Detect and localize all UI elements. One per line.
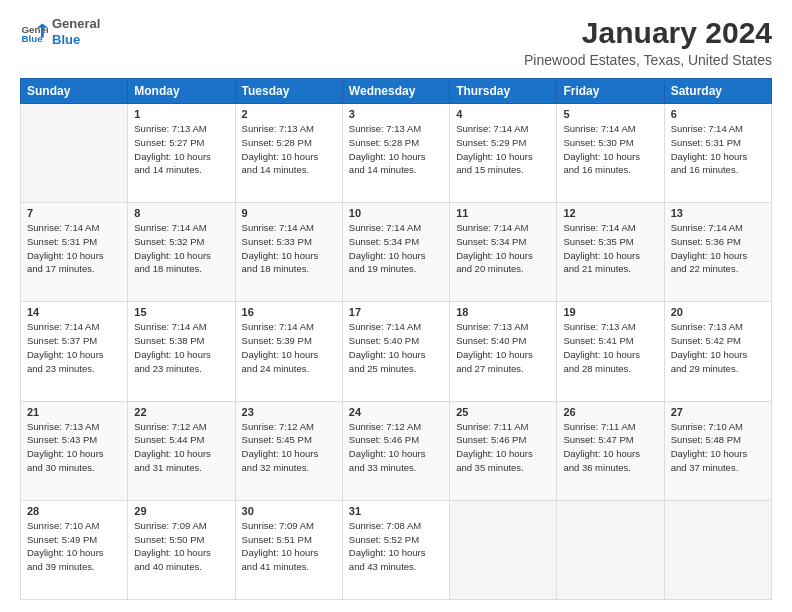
table-row: 17Sunrise: 7:14 AMSunset: 5:40 PMDayligh… — [342, 302, 449, 401]
day-detail: Sunrise: 7:14 AMSunset: 5:37 PMDaylight:… — [27, 320, 121, 375]
table-row — [21, 104, 128, 203]
table-row: 20Sunrise: 7:13 AMSunset: 5:42 PMDayligh… — [664, 302, 771, 401]
table-row: 31Sunrise: 7:08 AMSunset: 5:52 PMDayligh… — [342, 500, 449, 599]
col-wednesday: Wednesday — [342, 79, 449, 104]
day-detail: Sunrise: 7:12 AMSunset: 5:46 PMDaylight:… — [349, 420, 443, 475]
day-detail: Sunrise: 7:13 AMSunset: 5:42 PMDaylight:… — [671, 320, 765, 375]
day-number: 10 — [349, 207, 443, 219]
day-detail: Sunrise: 7:14 AMSunset: 5:32 PMDaylight:… — [134, 221, 228, 276]
day-detail: Sunrise: 7:12 AMSunset: 5:45 PMDaylight:… — [242, 420, 336, 475]
calendar-table: Sunday Monday Tuesday Wednesday Thursday… — [20, 78, 772, 600]
day-number: 19 — [563, 306, 657, 318]
subtitle: Pinewood Estates, Texas, United States — [524, 52, 772, 68]
table-row: 2Sunrise: 7:13 AMSunset: 5:28 PMDaylight… — [235, 104, 342, 203]
calendar-week-4: 21Sunrise: 7:13 AMSunset: 5:43 PMDayligh… — [21, 401, 772, 500]
logo-text: General Blue — [52, 16, 100, 47]
calendar-week-2: 7Sunrise: 7:14 AMSunset: 5:31 PMDaylight… — [21, 203, 772, 302]
logo-icon: General Blue — [20, 18, 48, 46]
day-number: 18 — [456, 306, 550, 318]
day-number: 15 — [134, 306, 228, 318]
day-detail: Sunrise: 7:14 AMSunset: 5:30 PMDaylight:… — [563, 122, 657, 177]
table-row — [450, 500, 557, 599]
day-detail: Sunrise: 7:13 AMSunset: 5:41 PMDaylight:… — [563, 320, 657, 375]
day-number: 4 — [456, 108, 550, 120]
day-number: 25 — [456, 406, 550, 418]
day-detail: Sunrise: 7:14 AMSunset: 5:29 PMDaylight:… — [456, 122, 550, 177]
day-number: 26 — [563, 406, 657, 418]
table-row: 5Sunrise: 7:14 AMSunset: 5:30 PMDaylight… — [557, 104, 664, 203]
day-detail: Sunrise: 7:14 AMSunset: 5:35 PMDaylight:… — [563, 221, 657, 276]
day-number: 6 — [671, 108, 765, 120]
table-row: 16Sunrise: 7:14 AMSunset: 5:39 PMDayligh… — [235, 302, 342, 401]
table-row: 14Sunrise: 7:14 AMSunset: 5:37 PMDayligh… — [21, 302, 128, 401]
table-row: 22Sunrise: 7:12 AMSunset: 5:44 PMDayligh… — [128, 401, 235, 500]
day-detail: Sunrise: 7:14 AMSunset: 5:40 PMDaylight:… — [349, 320, 443, 375]
day-detail: Sunrise: 7:14 AMSunset: 5:33 PMDaylight:… — [242, 221, 336, 276]
table-row: 29Sunrise: 7:09 AMSunset: 5:50 PMDayligh… — [128, 500, 235, 599]
day-detail: Sunrise: 7:08 AMSunset: 5:52 PMDaylight:… — [349, 519, 443, 574]
day-detail: Sunrise: 7:13 AMSunset: 5:28 PMDaylight:… — [349, 122, 443, 177]
day-detail: Sunrise: 7:09 AMSunset: 5:51 PMDaylight:… — [242, 519, 336, 574]
day-number: 17 — [349, 306, 443, 318]
table-row: 24Sunrise: 7:12 AMSunset: 5:46 PMDayligh… — [342, 401, 449, 500]
day-detail: Sunrise: 7:14 AMSunset: 5:34 PMDaylight:… — [456, 221, 550, 276]
day-number: 12 — [563, 207, 657, 219]
day-detail: Sunrise: 7:13 AMSunset: 5:27 PMDaylight:… — [134, 122, 228, 177]
page: General Blue General Blue January 2024 P… — [0, 0, 792, 612]
table-row — [664, 500, 771, 599]
col-friday: Friday — [557, 79, 664, 104]
day-detail: Sunrise: 7:13 AMSunset: 5:43 PMDaylight:… — [27, 420, 121, 475]
day-detail: Sunrise: 7:12 AMSunset: 5:44 PMDaylight:… — [134, 420, 228, 475]
day-number: 2 — [242, 108, 336, 120]
day-number: 22 — [134, 406, 228, 418]
day-number: 1 — [134, 108, 228, 120]
day-detail: Sunrise: 7:14 AMSunset: 5:38 PMDaylight:… — [134, 320, 228, 375]
day-detail: Sunrise: 7:14 AMSunset: 5:39 PMDaylight:… — [242, 320, 336, 375]
calendar-week-3: 14Sunrise: 7:14 AMSunset: 5:37 PMDayligh… — [21, 302, 772, 401]
table-row: 3Sunrise: 7:13 AMSunset: 5:28 PMDaylight… — [342, 104, 449, 203]
day-detail: Sunrise: 7:14 AMSunset: 5:31 PMDaylight:… — [671, 122, 765, 177]
logo: General Blue General Blue — [20, 16, 100, 47]
table-row — [557, 500, 664, 599]
table-row: 9Sunrise: 7:14 AMSunset: 5:33 PMDaylight… — [235, 203, 342, 302]
day-number: 23 — [242, 406, 336, 418]
calendar-week-5: 28Sunrise: 7:10 AMSunset: 5:49 PMDayligh… — [21, 500, 772, 599]
day-detail: Sunrise: 7:09 AMSunset: 5:50 PMDaylight:… — [134, 519, 228, 574]
day-detail: Sunrise: 7:11 AMSunset: 5:46 PMDaylight:… — [456, 420, 550, 475]
day-number: 28 — [27, 505, 121, 517]
table-row: 23Sunrise: 7:12 AMSunset: 5:45 PMDayligh… — [235, 401, 342, 500]
table-row: 19Sunrise: 7:13 AMSunset: 5:41 PMDayligh… — [557, 302, 664, 401]
day-number: 9 — [242, 207, 336, 219]
col-tuesday: Tuesday — [235, 79, 342, 104]
table-row: 12Sunrise: 7:14 AMSunset: 5:35 PMDayligh… — [557, 203, 664, 302]
day-number: 8 — [134, 207, 228, 219]
day-detail: Sunrise: 7:14 AMSunset: 5:31 PMDaylight:… — [27, 221, 121, 276]
title-block: January 2024 Pinewood Estates, Texas, Un… — [524, 16, 772, 68]
table-row: 21Sunrise: 7:13 AMSunset: 5:43 PMDayligh… — [21, 401, 128, 500]
day-number: 11 — [456, 207, 550, 219]
table-row: 25Sunrise: 7:11 AMSunset: 5:46 PMDayligh… — [450, 401, 557, 500]
main-title: January 2024 — [524, 16, 772, 50]
logo-general: General — [52, 16, 100, 32]
day-detail: Sunrise: 7:11 AMSunset: 5:47 PMDaylight:… — [563, 420, 657, 475]
col-saturday: Saturday — [664, 79, 771, 104]
day-number: 16 — [242, 306, 336, 318]
table-row: 7Sunrise: 7:14 AMSunset: 5:31 PMDaylight… — [21, 203, 128, 302]
calendar-header-row: Sunday Monday Tuesday Wednesday Thursday… — [21, 79, 772, 104]
day-number: 27 — [671, 406, 765, 418]
header: General Blue General Blue January 2024 P… — [20, 16, 772, 68]
day-number: 31 — [349, 505, 443, 517]
day-number: 14 — [27, 306, 121, 318]
day-number: 3 — [349, 108, 443, 120]
day-number: 30 — [242, 505, 336, 517]
day-number: 13 — [671, 207, 765, 219]
calendar-week-1: 1Sunrise: 7:13 AMSunset: 5:27 PMDaylight… — [21, 104, 772, 203]
col-sunday: Sunday — [21, 79, 128, 104]
day-detail: Sunrise: 7:10 AMSunset: 5:48 PMDaylight:… — [671, 420, 765, 475]
col-monday: Monday — [128, 79, 235, 104]
table-row: 1Sunrise: 7:13 AMSunset: 5:27 PMDaylight… — [128, 104, 235, 203]
day-detail: Sunrise: 7:14 AMSunset: 5:36 PMDaylight:… — [671, 221, 765, 276]
day-detail: Sunrise: 7:14 AMSunset: 5:34 PMDaylight:… — [349, 221, 443, 276]
table-row: 11Sunrise: 7:14 AMSunset: 5:34 PMDayligh… — [450, 203, 557, 302]
svg-text:Blue: Blue — [21, 32, 43, 43]
